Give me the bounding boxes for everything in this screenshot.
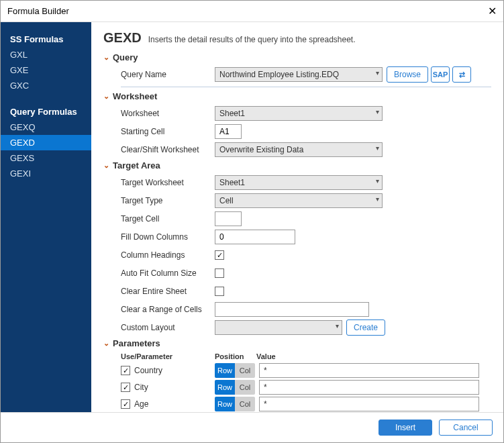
create-button[interactable]: Create [346,319,385,336]
divider [121,87,491,87]
chevron-down-icon: ⌄ [103,53,109,62]
clear-sheet-label: Clear Entire Sheet [121,287,215,296]
sidebar-item-gexs[interactable]: GEXS [1,150,91,166]
row-toggle[interactable]: Row [215,363,235,378]
position-toggle[interactable]: RowCol [215,380,255,395]
param-value-input[interactable]: * [259,380,479,395]
sidebar-header-ss: SS Formulas [1,30,91,47]
clear-range-input[interactable] [215,302,369,317]
clear-shift-label: Clear/Shift Worksheet [121,145,215,154]
param-row: CountryRowCol* [121,363,491,378]
row-toggle[interactable]: Row [215,380,235,395]
shuffle-icon[interactable]: ⇄ [452,66,471,83]
position-toggle[interactable]: RowCol [215,397,255,411]
param-name: City [134,383,148,392]
query-name-select[interactable]: Northwind Employee Listing.EDQ [215,67,383,82]
sidebar-item-gexd[interactable]: GEXD [1,135,91,150]
col-toggle[interactable]: Col [235,380,255,395]
row-toggle[interactable]: Row [215,397,235,411]
param-row: CityRowCol* [121,380,491,395]
section-worksheet[interactable]: ⌄ Worksheet [103,91,491,101]
starting-cell-input[interactable] [215,124,242,139]
footer: Insert Cancel [1,412,503,442]
sidebar: SS Formulas GXL GXE GXC Query Formulas G… [1,22,91,412]
target-type-select[interactable]: Cell [215,193,383,208]
custom-layout-select[interactable] [215,320,342,335]
worksheet-label: Worksheet [121,109,215,118]
window-title: Formula Builder [7,6,69,16]
autofit-label: Auto Fit Column Size [121,268,215,278]
target-type-label: Target Type [121,196,215,205]
starting-cell-label: Starting Cell [121,127,215,136]
browse-button[interactable]: Browse [387,66,428,83]
sap-icon[interactable]: SAP [431,66,450,83]
target-worksheet-select[interactable]: Sheet1 [215,175,383,190]
section-parameters[interactable]: ⌄ Parameters [103,338,491,348]
autofit-checkbox[interactable] [215,268,224,278]
main-panel: GEXD Inserts the detail results of the q… [91,22,503,412]
col-toggle[interactable]: Col [235,363,255,378]
chevron-down-icon: ⌄ [103,339,109,348]
col-toggle[interactable]: Col [235,397,255,411]
chevron-down-icon: ⌄ [103,161,109,170]
query-name-label: Query Name [121,70,215,79]
column-headings-checkbox[interactable] [215,250,224,260]
target-cell-input[interactable] [215,211,242,226]
clear-sheet-checkbox[interactable] [215,287,224,296]
fill-down-label: Fill Down Columns [121,232,215,242]
cancel-button[interactable]: Cancel [439,420,493,436]
custom-layout-label: Custom Layout [121,323,215,332]
param-value-input[interactable]: * [259,363,479,378]
formula-description: Inserts the detail results of the query … [148,35,356,44]
fill-down-input[interactable] [215,230,295,244]
param-name: Age [134,399,148,409]
section-query[interactable]: ⌄ Query [103,52,491,62]
sidebar-item-gxc[interactable]: GXC [1,78,91,93]
params-header-position: Position [215,352,256,360]
param-name: Country [134,366,162,375]
param-value-input[interactable]: * [259,397,479,411]
chevron-down-icon: ⌄ [103,92,109,101]
param-checkbox[interactable] [121,383,130,392]
close-icon[interactable]: ✕ [488,5,497,17]
sidebar-header-query: Query Formulas [1,103,91,119]
section-target[interactable]: ⌄ Target Area [103,160,491,170]
position-toggle[interactable]: RowCol [215,363,255,378]
params-header-use: Use/Parameter [121,352,215,360]
sidebar-item-gexq[interactable]: GEXQ [1,119,91,135]
formula-name: GEXD [103,30,142,46]
target-worksheet-label: Target Worksheet [121,178,215,187]
column-headings-label: Column Headings [121,250,215,260]
target-cell-label: Target Cell [121,214,215,224]
sidebar-item-gxl[interactable]: GXL [1,47,91,62]
param-checkbox[interactable] [121,399,130,409]
sidebar-item-gexi[interactable]: GEXI [1,166,91,181]
sidebar-item-gxe[interactable]: GXE [1,62,91,78]
params-header-value: Value [256,352,276,360]
clear-range-label: Clear a Range of Cells [121,305,215,314]
param-checkbox[interactable] [121,366,130,375]
worksheet-select[interactable]: Sheet1 [215,106,383,121]
insert-button[interactable]: Insert [379,420,432,436]
clear-shift-select[interactable]: Overwrite Existing Data [215,142,383,157]
param-row: AgeRowCol* [121,397,491,411]
